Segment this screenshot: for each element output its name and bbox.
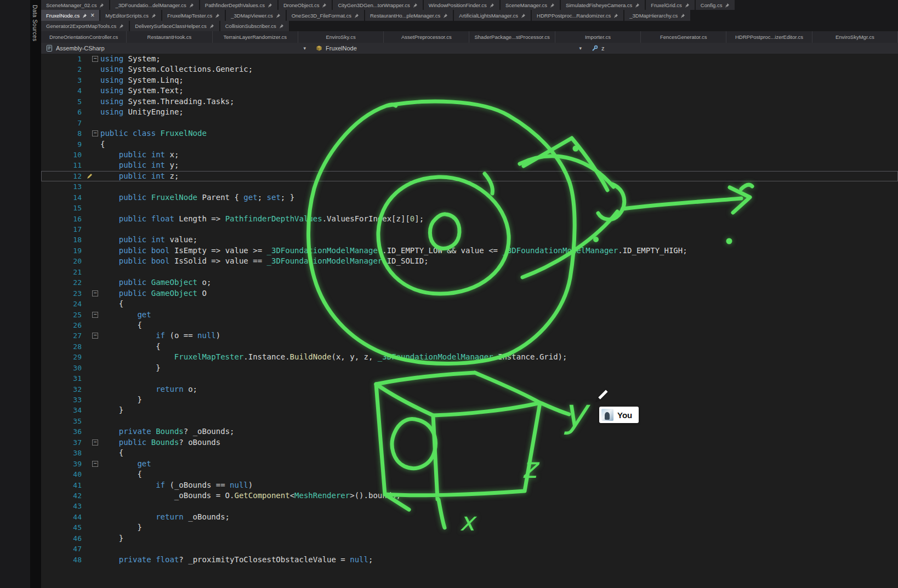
pin-icon[interactable]	[189, 3, 194, 8]
document-tab[interactable]: MyEditorScripts.cs	[100, 10, 161, 21]
code-line-38[interactable]: 38 {	[41, 448, 898, 458]
code-line-39[interactable]: 39− get	[41, 459, 898, 469]
pin-icon[interactable]	[613, 13, 618, 18]
document-tab[interactable]: TerrainLayerRandomizer.cs	[213, 31, 298, 43]
member-dropdown[interactable]: z	[587, 43, 610, 54]
fold-collapse-icon[interactable]: −	[92, 290, 98, 296]
pin-icon[interactable]	[521, 13, 526, 18]
code-line-11[interactable]: 11 public int y;	[41, 160, 898, 170]
project-dropdown[interactable]: Assembly-CSharp ▾	[41, 43, 311, 54]
document-tab[interactable]: ShaderPackage...stProcessor.cs	[469, 31, 555, 43]
document-tab[interactable]: PathfinderDepthValues.cs	[200, 0, 277, 10]
pin-icon[interactable]	[268, 3, 272, 8]
code-line-17[interactable]: 17	[41, 224, 898, 235]
document-tab[interactable]: EnviroSkyMgr.cs	[812, 31, 898, 43]
code-line-9[interactable]: 9{	[41, 139, 898, 150]
document-tab[interactable]: Config.cs	[696, 0, 735, 10]
document-tab[interactable]: FruxelNode.cs×	[41, 10, 99, 21]
pin-icon[interactable]	[680, 13, 685, 18]
code-line-22[interactable]: 22 public GameObject o;	[41, 277, 898, 288]
code-line-6[interactable]: 6using UnityEngine;	[41, 107, 898, 117]
code-line-12[interactable]: 12 public int z;	[41, 171, 898, 181]
code-line-10[interactable]: 10 public int x;	[41, 150, 898, 160]
fold-collapse-icon[interactable]: −	[92, 439, 98, 446]
code-line-25[interactable]: 25− get	[41, 310, 898, 320]
document-tab[interactable]: RestaurantHook.cs	[127, 31, 212, 43]
document-tab[interactable]: DroneOrientationController.cs	[41, 31, 127, 43]
code-line-14[interactable]: 14 public FruxelNode Parent { get; set; …	[41, 192, 898, 203]
pin-icon[interactable]	[490, 3, 495, 8]
fold-collapse-icon[interactable]: −	[92, 312, 98, 318]
code-line-4[interactable]: 4using System.Text;	[41, 85, 898, 96]
pin-icon[interactable]	[685, 3, 690, 8]
pin-icon[interactable]	[151, 13, 156, 18]
code-line-41[interactable]: 41 if (_oBounds == null)	[41, 480, 898, 490]
type-dropdown[interactable]: FruxelNode ▾	[311, 43, 587, 54]
document-tab[interactable]: SceneManager.cs	[501, 0, 560, 10]
code-line-34[interactable]: 34 }	[41, 405, 898, 415]
code-line-47[interactable]: 47	[41, 544, 898, 554]
tab-close-icon[interactable]: ×	[90, 12, 94, 19]
document-tab[interactable]: FruxelGrid.cs	[646, 0, 694, 10]
code-line-45[interactable]: 45 }	[41, 522, 898, 533]
document-tab[interactable]: DeliverySurfaceClassHelper.cs	[130, 21, 219, 31]
pin-icon[interactable]	[82, 13, 87, 18]
pin-icon[interactable]	[276, 13, 281, 18]
code-line-20[interactable]: 20 public bool IsSolid => value == _3DFo…	[41, 256, 898, 266]
document-tab[interactable]: HDRPPostproc...izerEditor.cs	[726, 31, 812, 43]
code-line-19[interactable]: 19 public bool IsEmpty => value >= _3DFo…	[41, 246, 898, 256]
document-tab[interactable]: FencesGenerator.cs	[641, 31, 726, 43]
code-line-23[interactable]: 23− public GameObject O	[41, 288, 898, 299]
code-line-8[interactable]: 8−public class FruxelNode	[41, 128, 898, 139]
pin-icon[interactable]	[99, 3, 104, 8]
code-line-26[interactable]: 26 {	[41, 320, 898, 330]
code-editor[interactable]: 1−using System;2using System.Collections…	[41, 54, 898, 588]
code-line-31[interactable]: 31	[41, 373, 898, 384]
fold-collapse-icon[interactable]: −	[92, 333, 98, 339]
code-line-30[interactable]: 30 }	[41, 363, 898, 373]
code-line-5[interactable]: 5using System.Threading.Tasks;	[41, 96, 898, 107]
code-line-24[interactable]: 24 {	[41, 299, 898, 309]
document-tab[interactable]: Importer.cs	[555, 31, 641, 43]
document-tab[interactable]: RestaurantHo...pleManager.cs	[365, 10, 453, 21]
pin-icon[interactable]	[413, 3, 418, 8]
pin-icon[interactable]	[119, 24, 124, 28]
fold-collapse-icon[interactable]: −	[92, 130, 98, 136]
document-tab[interactable]: EnviroSky.cs	[298, 31, 384, 43]
document-tab[interactable]: HDRPPostproc...Randomizer.cs	[532, 10, 623, 21]
pin-icon[interactable]	[725, 3, 730, 8]
document-tab[interactable]: WindowPositionFinder.cs	[424, 0, 499, 10]
pin-icon[interactable]	[215, 13, 220, 18]
code-line-3[interactable]: 3using System.Linq;	[41, 75, 898, 85]
fold-collapse-icon[interactable]: −	[92, 461, 98, 467]
code-line-42[interactable]: 42 _oBounds = O.GetComponent<MeshRendere…	[41, 490, 898, 501]
code-line-27[interactable]: 27− if (o == null)	[41, 330, 898, 341]
document-tab[interactable]: OneSec3D_FileFormat.cs	[287, 10, 364, 21]
document-tab[interactable]: Generator2ExportMapTools.cs	[41, 21, 129, 31]
code-line-44[interactable]: 44 return _oBounds;	[41, 512, 898, 522]
pin-icon[interactable]	[209, 24, 214, 28]
document-tab[interactable]: SceneManager_02.cs	[41, 0, 109, 10]
document-tab[interactable]: _3DMapHierarchy.cs	[624, 10, 690, 21]
code-line-15[interactable]: 15	[41, 203, 898, 213]
tool-tab-data-sources[interactable]: Data Sources	[31, 3, 39, 44]
document-tab[interactable]: _3DMapViewer.cs	[226, 10, 285, 21]
document-tab[interactable]: ArtificialLightsManager.cs	[454, 10, 531, 21]
code-line-33[interactable]: 33 }	[41, 395, 898, 405]
document-tab[interactable]: FruxelMapTester.cs	[162, 10, 225, 21]
document-tab[interactable]: SimulatedFisheyeCamera.cs	[561, 0, 645, 10]
pin-icon[interactable]	[443, 13, 448, 18]
pin-icon[interactable]	[635, 3, 640, 8]
document-tab[interactable]: DroneObject.cs	[279, 0, 332, 10]
pin-icon[interactable]	[354, 13, 359, 18]
code-line-28[interactable]: 28 {	[41, 341, 898, 352]
code-line-32[interactable]: 32 return o;	[41, 384, 898, 395]
code-line-29[interactable]: 29 FruxelMapTester.Instance.BuildNode(x,…	[41, 352, 898, 362]
code-line-2[interactable]: 2using System.Collections.Generic;	[41, 64, 898, 75]
document-tab[interactable]: CityGen3DGen...torWrapper.cs	[333, 0, 422, 10]
document-tab[interactable]: AssetPreprocessor.cs	[384, 31, 469, 43]
pin-icon[interactable]	[550, 3, 555, 8]
code-line-16[interactable]: 16 public float Length => PathfinderDept…	[41, 214, 898, 224]
pin-icon[interactable]	[322, 3, 327, 8]
code-line-43[interactable]: 43	[41, 501, 898, 511]
